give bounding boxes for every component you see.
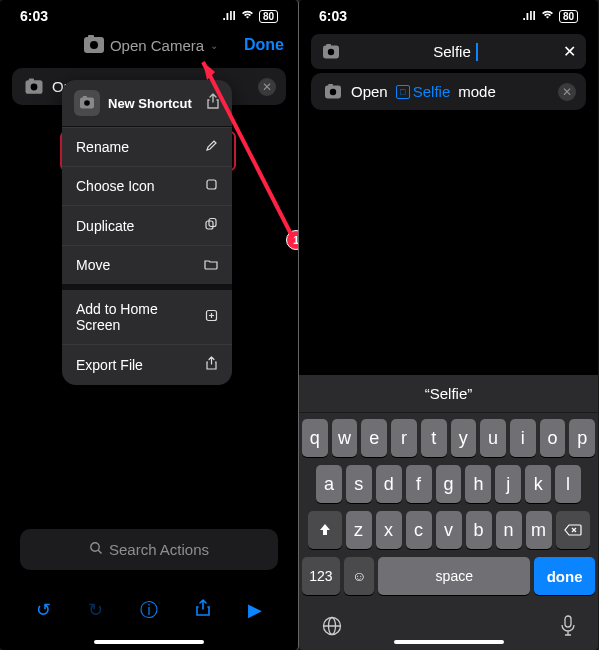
- clear-icon[interactable]: ✕: [258, 78, 276, 96]
- key-b[interactable]: b: [466, 511, 492, 549]
- status-bar: 6:03 .ıll 80: [0, 0, 298, 26]
- key-emoji[interactable]: ☺: [344, 557, 374, 595]
- menu-item-label: Move: [76, 257, 110, 273]
- action-row[interactable]: Open □ Selfie mode ✕: [311, 73, 586, 110]
- search-icon: [89, 541, 103, 558]
- bottom-toolbar: ↺ ↻ ⓘ ▶: [0, 598, 298, 622]
- key-h[interactable]: h: [465, 465, 491, 503]
- menu-add-home[interactable]: Add to Home Screen: [62, 284, 232, 344]
- key-done[interactable]: done: [534, 557, 595, 595]
- key-d[interactable]: d: [376, 465, 402, 503]
- navbar: Open Camera ⌄ Done: [0, 26, 298, 64]
- key-backspace[interactable]: [556, 511, 590, 549]
- menu-title: New Shortcut: [108, 96, 198, 111]
- key-a[interactable]: a: [316, 465, 342, 503]
- camera-icon: [323, 45, 339, 58]
- key-k[interactable]: k: [525, 465, 551, 503]
- key-x[interactable]: x: [376, 511, 402, 549]
- key-p[interactable]: p: [569, 419, 595, 457]
- key-f[interactable]: f: [406, 465, 432, 503]
- copy-icon: [204, 217, 218, 234]
- key-v[interactable]: v: [436, 511, 462, 549]
- key-c[interactable]: c: [406, 511, 432, 549]
- selfie-token[interactable]: □ Selfie: [396, 83, 451, 100]
- key-q[interactable]: q: [302, 419, 328, 457]
- key-123[interactable]: 123: [302, 557, 340, 595]
- key-s[interactable]: s: [346, 465, 372, 503]
- key-n[interactable]: n: [496, 511, 522, 549]
- upload-icon: [205, 356, 218, 374]
- search-actions[interactable]: Search Actions: [20, 529, 278, 570]
- battery-icon: 80: [559, 10, 578, 23]
- svg-point-6: [91, 543, 99, 551]
- key-y[interactable]: y: [451, 419, 477, 457]
- folder-icon: [204, 258, 218, 273]
- status-time: 6:03: [20, 8, 48, 24]
- key-o[interactable]: o: [540, 419, 566, 457]
- redo-button[interactable]: ↻: [88, 599, 103, 621]
- svg-rect-0: [207, 180, 216, 189]
- camera-icon: [26, 80, 43, 94]
- selfie-mode-icon: □: [396, 85, 410, 99]
- key-u[interactable]: u: [480, 419, 506, 457]
- camera-icon: [84, 37, 104, 53]
- menu-rename[interactable]: Rename: [62, 127, 232, 166]
- run-button[interactable]: ▶: [248, 599, 262, 621]
- done-button[interactable]: Done: [244, 36, 284, 54]
- menu-item-label: Rename: [76, 139, 129, 155]
- key-j[interactable]: j: [495, 465, 521, 503]
- key-m[interactable]: m: [526, 511, 552, 549]
- square-icon: [205, 178, 218, 194]
- menu-item-label: Add to Home Screen: [76, 301, 205, 333]
- mic-icon[interactable]: [560, 615, 576, 642]
- wifi-icon: [540, 9, 555, 23]
- clear-icon[interactable]: ✕: [563, 42, 576, 61]
- rename-input[interactable]: [349, 43, 555, 60]
- context-menu: New Shortcut Rename Choose Icon Duplicat…: [62, 80, 232, 385]
- keyboard-container: “Selfie” qwertyuiop asdfghjkl zxcvbnm 12…: [299, 375, 598, 650]
- clear-icon[interactable]: ✕: [558, 83, 576, 101]
- share-button[interactable]: [195, 599, 211, 622]
- keyboard: qwertyuiop asdfghjkl zxcvbnm 123 ☺ space…: [299, 413, 598, 607]
- key-g[interactable]: g: [436, 465, 462, 503]
- home-indicator: [394, 640, 504, 644]
- key-e[interactable]: e: [361, 419, 387, 457]
- chevron-down-icon[interactable]: ⌄: [210, 40, 218, 51]
- key-shift[interactable]: [308, 511, 342, 549]
- battery-icon: 80: [259, 10, 278, 23]
- shortcut-title[interactable]: Open Camera: [110, 37, 204, 54]
- key-w[interactable]: w: [332, 419, 358, 457]
- key-z[interactable]: z: [346, 511, 372, 549]
- text-caret: [476, 43, 478, 61]
- rename-field[interactable]: ✕: [311, 34, 586, 69]
- menu-item-label: Choose Icon: [76, 178, 155, 194]
- keyboard-suggestion[interactable]: “Selfie”: [299, 375, 598, 413]
- key-t[interactable]: t: [421, 419, 447, 457]
- info-button[interactable]: ⓘ: [140, 598, 158, 622]
- phone-right: 6:03 .ıll 80 ✕ Open □ Selfie mode ✕ “Sel…: [299, 0, 598, 650]
- search-placeholder: Search Actions: [109, 541, 209, 558]
- menu-export[interactable]: Export File: [62, 344, 232, 385]
- globe-icon[interactable]: [321, 615, 343, 642]
- svg-line-7: [98, 550, 101, 553]
- shortcut-glyph-icon: [74, 90, 100, 116]
- key-r[interactable]: r: [391, 419, 417, 457]
- menu-item-label: Duplicate: [76, 218, 134, 234]
- menu-choose-icon[interactable]: Choose Icon: [62, 166, 232, 205]
- svg-rect-11: [565, 616, 571, 627]
- menu-move[interactable]: Move: [62, 245, 232, 284]
- camera-icon: [325, 85, 341, 98]
- key-space[interactable]: space: [378, 557, 530, 595]
- key-l[interactable]: l: [555, 465, 581, 503]
- annotation-badge-1: 1: [286, 230, 299, 250]
- phone-left: 6:03 .ıll 80 Open Camera ⌄ Done Op ✕ New…: [0, 0, 299, 650]
- menu-duplicate[interactable]: Duplicate: [62, 205, 232, 245]
- menu-header: New Shortcut: [62, 80, 232, 127]
- cellular-icon: .ıll: [523, 9, 536, 23]
- action-mode-text: mode: [458, 83, 496, 100]
- pencil-icon: [205, 139, 218, 155]
- key-i[interactable]: i: [510, 419, 536, 457]
- share-icon[interactable]: [206, 93, 220, 113]
- action-open-text: Open: [351, 83, 388, 100]
- undo-button[interactable]: ↺: [36, 599, 51, 621]
